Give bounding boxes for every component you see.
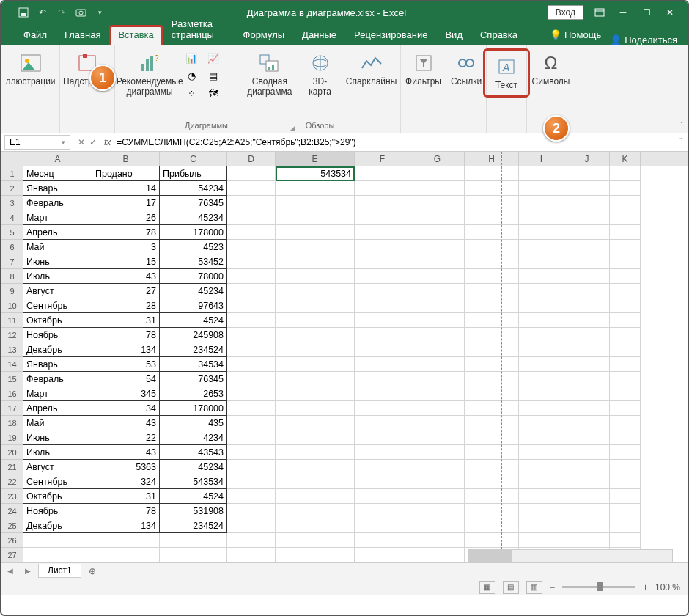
close-icon[interactable]: ✕ [663,5,677,20]
cell[interactable]: 53 [92,357,160,372]
cell[interactable] [355,269,410,284]
cell[interactable] [410,225,465,240]
cancel-formula-icon[interactable]: ✕ [78,137,85,147]
expand-formula-bar-icon[interactable]: ˇ [673,137,688,147]
cell[interactable]: Февраль [23,372,92,386]
cell[interactable]: 245908 [160,328,227,342]
cell[interactable] [519,533,564,548]
row-header[interactable]: 8 [1,269,23,284]
cell[interactable] [519,518,564,533]
cell[interactable] [355,254,410,269]
cell[interactable]: Ноябрь [23,504,92,518]
cell[interactable]: 4523 [160,240,227,254]
cell[interactable] [276,489,355,504]
cell[interactable] [410,430,465,445]
cell[interactable] [465,298,519,313]
tab-insert[interactable]: Вставка [109,25,162,45]
cell[interactable] [355,298,410,313]
cell[interactable] [610,313,641,328]
tab-home[interactable]: Главная [56,25,109,45]
name-box[interactable]: E1▾ [4,135,70,150]
cell[interactable] [564,313,610,328]
cell[interactable]: 3 [92,240,160,254]
cell[interactable] [227,269,276,284]
tab-formulas[interactable]: Формулы [235,25,294,45]
cell[interactable]: 531908 [160,504,227,518]
cell[interactable] [465,254,519,269]
cell[interactable]: Май [23,240,92,254]
cell[interactable] [519,166,564,181]
cell[interactable] [564,210,610,225]
cell[interactable]: Сентябрь [23,298,92,313]
cell[interactable] [410,357,465,372]
zoom-out-icon[interactable]: − [550,582,555,593]
cell[interactable] [519,313,564,328]
cell[interactable]: 2653 [160,386,227,401]
cell[interactable] [276,225,355,240]
cell[interactable] [227,240,276,254]
cell[interactable]: 78000 [160,269,227,284]
cell[interactable] [465,460,519,474]
cell[interactable] [410,313,465,328]
cell[interactable] [465,357,519,372]
cell[interactable] [355,460,410,474]
cell[interactable] [276,533,355,548]
cell[interactable]: Прибыль [160,166,227,181]
row-header[interactable]: 2 [1,181,23,196]
cell[interactable] [92,548,160,562]
cell[interactable] [227,386,276,401]
cell[interactable] [160,533,227,548]
illustrations-button[interactable]: ллюстрации [1,48,59,90]
column-header[interactable]: I [519,152,564,166]
cell[interactable] [465,166,519,181]
row-header[interactable]: 21 [1,460,23,474]
cell[interactable]: 14 [92,181,160,196]
cell[interactable] [465,401,519,416]
cell[interactable] [610,372,641,386]
cell[interactable] [227,357,276,372]
cell[interactable] [465,430,519,445]
cell[interactable] [355,430,410,445]
cell[interactable] [564,460,610,474]
cell[interactable] [227,254,276,269]
sparklines-button[interactable]: Спарклайны [342,48,402,90]
cell[interactable] [519,254,564,269]
row-header[interactable]: 24 [1,504,23,518]
cell[interactable] [519,445,564,460]
cell[interactable]: 543534 [160,474,227,489]
cell[interactable] [610,342,641,357]
cell[interactable]: Март [23,210,92,225]
filters-button[interactable]: Фильтры [401,48,446,90]
text-button[interactable]: A Текст [488,52,525,94]
cell[interactable] [519,298,564,313]
cell[interactable] [564,342,610,357]
cell[interactable]: 178000 [160,401,227,416]
cell[interactable]: Март [23,386,92,401]
cell[interactable] [227,474,276,489]
tab-view[interactable]: Вид [436,25,471,45]
cell[interactable]: Апрель [23,401,92,416]
hierarchy-chart-icon[interactable]: ▤ [203,67,224,84]
save-icon[interactable] [18,7,29,18]
cell[interactable] [23,533,92,548]
cell[interactable]: 4234 [160,430,227,445]
cell[interactable] [610,445,641,460]
cell[interactable] [465,372,519,386]
cell[interactable] [227,430,276,445]
cell[interactable] [410,210,465,225]
cell[interactable] [355,342,410,357]
column-header[interactable]: H [465,152,519,166]
cell[interactable]: 54 [92,372,160,386]
cell[interactable] [610,386,641,401]
cell[interactable]: 45234 [160,284,227,298]
tab-layout[interactable]: Разметка страницы [163,14,235,45]
cell[interactable] [227,196,276,210]
cell[interactable] [276,284,355,298]
cell[interactable] [410,181,465,196]
cell[interactable] [276,518,355,533]
cell[interactable] [355,533,410,548]
chevron-down-icon[interactable]: ▾ [62,139,65,146]
cell[interactable] [610,533,641,548]
cell[interactable] [276,328,355,342]
cell[interactable]: 17 [92,196,160,210]
